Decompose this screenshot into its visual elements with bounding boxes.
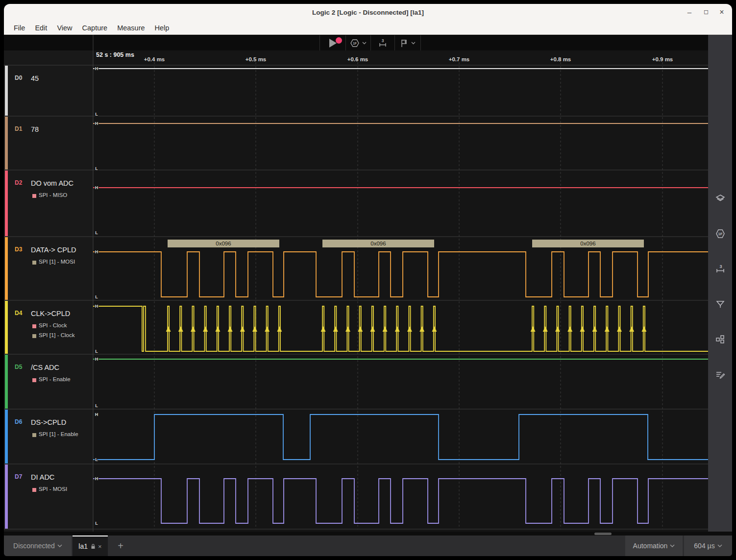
rise-edge-marker [555, 326, 560, 332]
logic2-window: Logic 2 [Logic - Disconnected] [la1] – ◻… [4, 4, 732, 556]
level-marker-L: L [95, 166, 98, 171]
channel-strip-D0 [5, 66, 8, 116]
rise-edge-marker [166, 326, 171, 332]
waveform-D3[interactable] [93, 252, 708, 297]
channel-id-D0: D0 [15, 74, 22, 81]
tab-la1[interactable]: la1 × [73, 536, 108, 556]
rise-edge-marker [191, 326, 196, 332]
channel-strip-D7 [5, 464, 8, 529]
new-tab-button[interactable]: + [112, 536, 129, 556]
rise-edge-marker [345, 326, 350, 332]
analyzer-label[interactable]: SPI [1] - MOSI [39, 259, 75, 265]
device-status-label: Disconnected [13, 542, 55, 550]
analyzer-swatch [32, 334, 36, 338]
level-marker-H: H [95, 304, 98, 309]
level-marker-H: H [95, 249, 98, 254]
rise-edge-marker [228, 326, 233, 332]
waveform-canvas[interactable]: HLHLHL0x0960x0960x096HLHLHLHLHL [4, 4, 732, 556]
horizontal-scrollbar[interactable] [594, 533, 612, 535]
chevron-down-icon [717, 544, 722, 548]
analyzer-label[interactable]: SPI - MOSI [39, 486, 67, 492]
channel-strip-D6 [5, 410, 8, 463]
analyzer-swatch [32, 488, 36, 492]
status-bar: Disconnected la1 × + Automation [4, 536, 732, 556]
level-marker-L: L [95, 230, 98, 235]
rise-edge-marker [178, 326, 183, 332]
level-marker-H: H [95, 476, 98, 481]
waveform-D6[interactable] [93, 414, 708, 460]
analyzer-label[interactable]: SPI [1] - Clock [39, 332, 75, 338]
channel-name-D6[interactable]: DS->CPLD [31, 418, 66, 426]
channel-id-D4: D4 [15, 310, 22, 317]
channel-name-D0[interactable]: 45 [31, 74, 39, 82]
rise-edge-marker [215, 326, 220, 332]
analyzer-label[interactable]: SPI - Clock [39, 322, 67, 328]
rise-edge-marker [531, 326, 536, 332]
analyzer-swatch [32, 194, 36, 198]
rise-edge-marker [592, 326, 597, 332]
rise-edge-marker [543, 326, 548, 332]
channel-id-D6: D6 [15, 418, 22, 425]
timescale-label: 604 µs [694, 542, 714, 550]
channel-id-D7: D7 [15, 473, 22, 480]
automation-label: Automation [633, 542, 668, 550]
level-marker-L: L [95, 112, 98, 117]
analyzer-label[interactable]: SPI [1] - Enable [39, 431, 78, 437]
rise-edge-marker [419, 326, 424, 332]
analyzer-swatch [32, 433, 36, 437]
level-marker-H: H [95, 66, 98, 71]
rise-edge-marker [641, 326, 646, 332]
level-marker-H: H [95, 121, 98, 126]
level-marker-L: L [95, 294, 98, 299]
analyzer-label[interactable]: SPI - Enable [39, 376, 71, 382]
waveform-D4[interactable] [93, 306, 708, 351]
rise-edge-marker [567, 326, 572, 332]
channel-name-D7[interactable]: DI ADC [31, 473, 54, 481]
channel-name-D3[interactable]: DATA-> CPLD [31, 246, 76, 254]
chevron-down-icon [57, 544, 62, 548]
chevron-down-icon [670, 544, 675, 548]
level-marker-L: L [95, 403, 98, 408]
channel-id-D3: D3 [15, 246, 22, 253]
rise-edge-marker [432, 326, 437, 332]
analyzer-swatch [32, 324, 36, 328]
channel-strip-D2 [5, 170, 8, 236]
level-marker-H: H [95, 357, 98, 362]
channel-name-D5[interactable]: /CS ADC [31, 364, 59, 371]
channel-name-D4[interactable]: CLK->CPLD [31, 310, 70, 317]
rise-edge-marker [277, 326, 282, 332]
rise-edge-marker [370, 326, 375, 332]
device-status-dropdown[interactable]: Disconnected [4, 536, 72, 556]
channel-id-D1: D1 [15, 125, 22, 132]
rise-edge-marker [580, 326, 585, 332]
level-marker-L: L [95, 457, 98, 462]
channel-strip-D4 [5, 301, 8, 354]
rise-edge-marker [333, 326, 338, 332]
rise-edge-marker [383, 326, 388, 332]
channel-strip-D1 [5, 117, 8, 170]
rise-edge-marker [240, 326, 245, 332]
rise-edge-marker [629, 326, 634, 332]
rise-edge-marker [407, 326, 412, 332]
tab-label: la1 [78, 542, 88, 550]
level-marker-H: H [95, 412, 98, 417]
rise-edge-marker [395, 326, 400, 332]
close-tab-icon[interactable]: × [98, 543, 102, 550]
rise-edge-marker [321, 326, 326, 332]
rise-edge-marker [265, 326, 270, 332]
rise-edge-marker [617, 326, 622, 332]
automation-dropdown[interactable]: Automation [625, 536, 683, 556]
rise-edge-marker [358, 326, 363, 332]
spi-result-value: 0x096 [580, 241, 595, 246]
spi-result-value: 0x096 [370, 241, 386, 246]
analyzer-swatch [32, 378, 36, 382]
analyzer-swatch [32, 261, 36, 265]
waveform-D7[interactable] [93, 479, 708, 523]
channel-name-D2[interactable]: DO vom ADC [31, 179, 74, 187]
channel-name-D1[interactable]: 78 [31, 125, 39, 133]
timescale-dropdown[interactable]: 604 µs [684, 536, 732, 556]
plot-bottom-gap [4, 532, 732, 536]
level-marker-L: L [95, 349, 98, 354]
level-marker-L: L [95, 521, 98, 526]
analyzer-label[interactable]: SPI - MISO [39, 192, 67, 198]
